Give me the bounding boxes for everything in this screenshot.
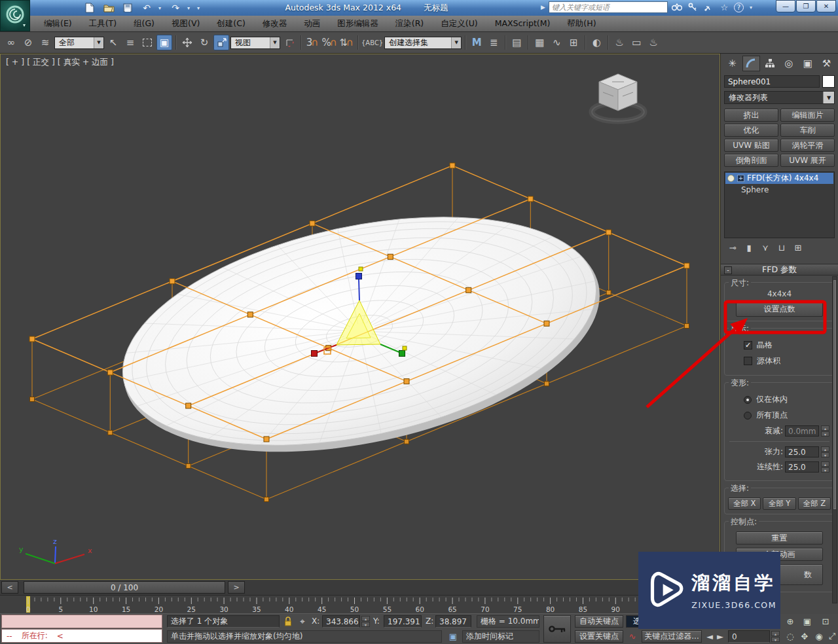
modifier-shortcut-button-2[interactable]: 编辑面片 [780, 109, 835, 122]
window-crossing-toggle-icon[interactable]: ▣ [156, 35, 172, 50]
rollout-collapse-icon[interactable]: - [724, 266, 732, 274]
keyboard-shortcut-override-button[interactable] [543, 615, 571, 643]
zoom-icon[interactable]: ⊕ [783, 615, 797, 628]
menu-item-12[interactable]: 帮助(H) [558, 16, 604, 31]
layer-manager-icon[interactable]: ▤ [509, 35, 524, 50]
select-all-z-button[interactable]: 全部 Z [798, 497, 831, 510]
curve-editor-icon[interactable]: ∿ [549, 35, 564, 50]
redo-dropdown-icon[interactable]: ▾ [187, 5, 192, 11]
menu-item-5[interactable]: 创建(C) [208, 16, 253, 31]
snaps-toggle-icon[interactable]: 3∩ [304, 35, 320, 50]
angle-snap-icon[interactable]: %∩ [321, 35, 337, 50]
select-and-move-icon[interactable] [179, 35, 195, 50]
application-menu-button[interactable] [0, 0, 30, 31]
maxscript-mini-listener[interactable]: -- 所在行: < [1, 629, 162, 643]
menu-item-10[interactable]: 自定义(U) [432, 16, 486, 31]
mirror-icon[interactable]: M [469, 35, 484, 50]
modifier-list-dropdown[interactable]: 修改器列表 ▼ [724, 91, 835, 104]
auto-key-button[interactable]: 自动关键点 [575, 615, 623, 628]
tab-motion-icon[interactable]: ◎ [780, 56, 798, 71]
maximize-viewport-toggle-icon[interactable]: ⤢ [825, 630, 838, 643]
modifier-shortcut-button-1[interactable]: 挤出 [724, 109, 778, 122]
tab-hierarchy-icon[interactable] [761, 56, 779, 71]
configure-modifier-sets-icon[interactable]: ⊞ [793, 243, 803, 253]
select-and-scale-icon[interactable] [213, 35, 229, 50]
selection-filter-dropdown[interactable]: 全部 ▼ [54, 37, 104, 49]
previous-key-icon[interactable]: ◄ [704, 630, 715, 643]
search-binoculars-icon[interactable] [671, 3, 683, 11]
current-frame-field[interactable]: 0 [728, 630, 770, 643]
panel-scrollbar[interactable] [832, 276, 837, 603]
menu-item-3[interactable]: 组(G) [125, 16, 163, 31]
named-selection-dropdown[interactable]: 创建选择集 ▼ [384, 37, 462, 49]
pan-view-icon[interactable]: ✥ [797, 630, 812, 643]
rectangular-selection-region-icon[interactable] [139, 35, 155, 50]
use-pivot-center-icon[interactable] [282, 35, 297, 50]
previous-frame-button[interactable]: < [1, 581, 18, 594]
modifier-enabled-bulb-icon[interactable] [727, 175, 735, 182]
key-filters-button[interactable]: 关键点过滤器... [642, 630, 702, 643]
help-dropdown-icon[interactable]: ▾ [750, 5, 755, 10]
rendered-frame-window-icon[interactable]: ▭ [628, 35, 644, 50]
communication-center-icon[interactable] [702, 3, 715, 12]
material-editor-icon[interactable]: ◐ [589, 35, 604, 50]
set-key-button[interactable]: 设置关键点 [575, 630, 623, 643]
menu-item-2[interactable]: 工具(T) [81, 16, 125, 31]
select-all-y-button[interactable]: 全部 Y [763, 497, 795, 510]
maximize-button[interactable]: ❐ [796, 0, 816, 12]
modifier-shortcut-button-3[interactable]: 优化 [724, 124, 778, 137]
3d-scene[interactable]: zyx [1, 54, 720, 579]
falloff-spinner[interactable]: ▴▾ [821, 425, 829, 437]
menu-item-6[interactable]: 修改器 [254, 16, 296, 31]
stack-row-1[interactable]: +FFD(长方体) 4x4x4 [725, 173, 833, 184]
menu-item-11[interactable]: MAXScript(M) [486, 16, 559, 31]
render-production-icon[interactable]: ♨ [646, 35, 661, 50]
pin-stack-icon[interactable]: ⊸ [727, 243, 738, 253]
only-in-volume-radio[interactable] [744, 396, 752, 404]
y-coordinate-field[interactable]: 197.391 [384, 615, 422, 628]
all-vertices-radio[interactable] [744, 412, 752, 420]
modifier-shortcut-button-6[interactable]: 涡轮平滑 [780, 139, 835, 152]
time-slider[interactable]: 0 / 100 [24, 581, 225, 594]
track-bar[interactable]: 0510152025303540455055606570758085909510… [0, 596, 720, 614]
set-number-of-points-button[interactable]: 设置点数 [736, 301, 823, 317]
render-setup-icon[interactable]: ♨ [611, 35, 627, 50]
continuity-spinner[interactable]: ▴▾ [821, 461, 829, 473]
spinner-snap-icon[interactable]: ⇅∩ [338, 35, 354, 50]
maxscript-macro-recorder[interactable] [1, 615, 162, 628]
isolate-cube-icon[interactable]: ▣ [446, 630, 460, 643]
edit-named-selection-icon[interactable]: {ABC} [361, 35, 383, 50]
expand-modifier-icon[interactable]: + [737, 175, 744, 182]
frame-spinner[interactable]: ▴▾ [771, 631, 780, 642]
z-coordinate-field[interactable]: 38.897 [435, 615, 471, 628]
menu-item-1[interactable]: 编辑(E) [35, 16, 81, 31]
default-tangent-curve-icon[interactable]: ∿ [626, 630, 639, 643]
select-and-rotate-icon[interactable]: ↻ [196, 35, 212, 50]
select-and-link-icon[interactable]: ∞ [3, 35, 19, 50]
add-time-tag[interactable]: 添加时间标记 [462, 630, 539, 643]
source-volume-checkbox[interactable] [744, 357, 752, 365]
close-button[interactable]: ✕ [816, 0, 836, 12]
tab-modify-icon[interactable] [742, 56, 760, 71]
tab-create-icon[interactable]: ✳ [723, 56, 741, 71]
x-coordinate-field[interactable]: 343.866 [322, 615, 360, 628]
zoom-region-icon[interactable]: ◌ [783, 630, 797, 643]
select-all-x-button[interactable]: 全部 X [728, 497, 761, 510]
minimize-button[interactable]: — [776, 0, 795, 12]
graphite-ribbon-icon[interactable]: ▦ [532, 35, 547, 50]
redo-icon[interactable]: ↷ [168, 1, 183, 14]
stack-row-2[interactable]: Sphere [725, 184, 833, 195]
modifier-shortcut-button-7[interactable]: 倒角剖面 [724, 154, 778, 167]
modifier-shortcut-button-8[interactable]: UVW 展开 [780, 154, 835, 167]
new-file-icon[interactable] [82, 1, 97, 14]
perspective-viewport[interactable]: zyx [ + ] [ 正交 ] [ 真实 + 边面 ] [0, 54, 720, 580]
menu-item-7[interactable]: 动画 [295, 16, 329, 31]
make-unique-icon[interactable]: ⋎ [760, 243, 771, 253]
tension-field[interactable]: 25.0 [785, 446, 819, 457]
save-file-icon[interactable] [120, 1, 135, 14]
tab-utilities-icon[interactable]: ⚒ [818, 56, 835, 71]
open-file-icon[interactable] [101, 1, 116, 14]
next-frame-button[interactable]: > [228, 581, 245, 594]
absolute-mode-icon[interactable]: ⌖ [296, 615, 309, 628]
continuity-field[interactable]: 25.0 [785, 461, 819, 473]
